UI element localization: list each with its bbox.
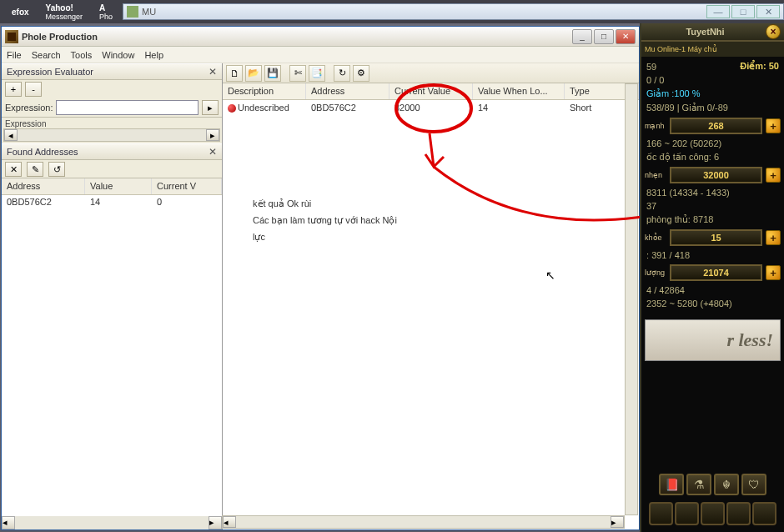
hp2-value: : 391 / 418 (646, 250, 690, 260)
col-value-when-locked[interactable]: Value When Lo... (473, 83, 565, 99)
menu-window[interactable]: Window (102, 50, 134, 60)
tab-sublabel: Messenger (46, 13, 83, 21)
mu-app-icon (127, 6, 138, 18)
scroll-left-icon[interactable]: ◂ (2, 516, 15, 529)
pane-title: Expression Evaluator (7, 67, 93, 77)
main-hscroll[interactable]: ◂ ▸ (222, 515, 625, 529)
open-button[interactable]: 📂 (245, 65, 262, 82)
copy-button[interactable]: 📑 (309, 65, 325, 82)
stat-agility-plus-button[interactable]: + (766, 168, 781, 183)
cursor-icon: ↖ (545, 269, 555, 282)
phole-titlebar: Phole Production _ □ ✕ (2, 27, 639, 47)
remove-expression-button[interactable]: - (25, 82, 42, 97)
stat-vitality-plus-button[interactable]: + (766, 230, 781, 245)
expression-input-row: Expression: ▸ (2, 98, 222, 117)
slot-button[interactable] (675, 502, 699, 525)
table-row[interactable]: 0BD576C2 14 0 (2, 195, 222, 210)
ad-banner[interactable]: r less! (645, 319, 781, 361)
attack-speed-value: ốc độ tấn công: 6 (646, 152, 719, 163)
found-tool-2[interactable]: ✎ (27, 162, 43, 177)
stat-energy-row: lượng 21074 + (645, 264, 781, 281)
menu-search[interactable]: Search (32, 50, 61, 60)
cell-address: 0BD576C2 (2, 195, 85, 210)
expr-tool-row: + - (2, 80, 222, 98)
menu-file[interactable]: File (7, 50, 22, 60)
expression-hscroll[interactable]: ◂ ▸ (3, 128, 220, 142)
stat-strength-row: mạnh 268 + (645, 118, 781, 134)
points-value: Điểm: 50 (740, 61, 779, 72)
expression-input[interactable] (56, 100, 199, 115)
browser-tab-firefox[interactable]: efox (3, 2, 38, 22)
save-button[interactable]: 💾 (264, 65, 281, 82)
game-panel-header: TuyetNhi × (641, 23, 784, 42)
skill-value: 2352 ~ 5280 (+4804) (646, 299, 732, 309)
stat-strength-value: 268 (670, 118, 762, 134)
level-label: 59 (646, 62, 656, 72)
expression-evaluator-header: Expression Evaluator ✕ (2, 63, 222, 80)
slot-button[interactable] (752, 502, 776, 525)
quest-icon[interactable]: ☬ (714, 474, 739, 495)
found-tools: ✕ ✎ ↺ (2, 160, 222, 178)
col-value[interactable]: Value (85, 178, 152, 194)
expression-col-header: Expression (5, 119, 219, 128)
mu-minimize-button[interactable]: — (706, 5, 730, 18)
refresh-button[interactable]: ↻ (334, 65, 350, 82)
col-current-value[interactable]: Current Value (389, 83, 473, 99)
settings-button[interactable]: ⚙ (353, 65, 369, 82)
scroll-left-icon[interactable]: ◂ (4, 129, 18, 141)
menu-tools[interactable]: Tools (71, 50, 93, 60)
mu-close-button[interactable]: ✕ (756, 5, 780, 18)
reduce-label: Giảm :100 % (646, 88, 700, 99)
col-address[interactable]: Address (2, 178, 85, 194)
phole-window: Phole Production _ □ ✕ File Search Tools… (1, 26, 640, 530)
found-hscroll[interactable]: ◂ ▸ (2, 516, 222, 529)
scroll-right-icon[interactable]: ▸ (206, 129, 219, 141)
lock-dot-icon (228, 104, 236, 113)
found-tool-1[interactable]: ✕ (5, 162, 22, 177)
main-toolbar: 🗋 📂 💾 ✄ 📑 ↻ ⚙ (223, 63, 639, 83)
evaluate-button[interactable]: ▸ (202, 100, 219, 115)
book-icon[interactable]: 📕 (659, 474, 684, 495)
browser-tab-yahoo[interactable]: Yahoo! Messenger (38, 2, 92, 22)
shield-icon[interactable]: 🛡 (741, 474, 766, 495)
stat-strength-plus-button[interactable]: + (766, 118, 781, 133)
main-vscroll[interactable] (625, 83, 638, 515)
stat-label: khỏe (645, 233, 666, 242)
attack-value: 37 (646, 201, 656, 211)
slot-button[interactable] (649, 502, 673, 525)
left-pane: Expression Evaluator ✕ + - Expression: ▸… (2, 63, 223, 529)
new-button[interactable]: 🗋 (226, 65, 243, 82)
slot-button[interactable] (726, 502, 751, 525)
damage-value: 166 ~ 202 (50262) (646, 138, 721, 148)
phole-title-text: Phole Production (22, 32, 572, 42)
menu-help[interactable]: Help (144, 50, 163, 60)
col-current-value[interactable]: Current V (152, 178, 222, 194)
stat-energy-plus-button[interactable]: + (766, 265, 781, 280)
mu-window-titlebar: MU — □ ✕ (123, 3, 784, 20)
col-description[interactable]: Description (223, 83, 306, 99)
close-pane-icon[interactable]: ✕ (209, 146, 217, 158)
found-tool-3[interactable]: ↺ (48, 162, 65, 177)
game-panel-close-button[interactable]: × (766, 24, 781, 39)
mu-maximize-button[interactable]: □ (731, 5, 755, 18)
slot-button[interactable] (701, 502, 725, 525)
cell-value: 14 (85, 195, 152, 210)
scroll-left-icon[interactable]: ◂ (223, 516, 236, 528)
game-action-icons: 📕 ⚗ ☬ 🛡 (645, 469, 781, 500)
potion-icon[interactable]: ⚗ (686, 474, 711, 495)
add-expression-button[interactable]: + (5, 82, 22, 97)
cell-current-value: 0 (152, 195, 222, 210)
main-table-header: Description Address Current Value Value … (223, 83, 639, 100)
phole-close-button[interactable]: ✕ (616, 29, 636, 44)
character-name: TuyetNhi (645, 27, 766, 37)
phole-maximize-button[interactable]: □ (594, 29, 614, 44)
table-row[interactable]: Undescribed 0BD576C2 32000 14 Short (223, 100, 639, 115)
close-pane-icon[interactable]: ✕ (209, 66, 217, 78)
scroll-right-icon[interactable]: ▸ (209, 516, 222, 529)
col-address[interactable]: Address (306, 83, 389, 99)
browser-tab-photo[interactable]: A Pho (91, 2, 121, 22)
phole-app-icon (5, 30, 18, 43)
scroll-right-icon[interactable]: ▸ (611, 516, 624, 528)
phole-minimize-button[interactable]: _ (572, 29, 592, 44)
cut-button[interactable]: ✄ (289, 65, 306, 82)
